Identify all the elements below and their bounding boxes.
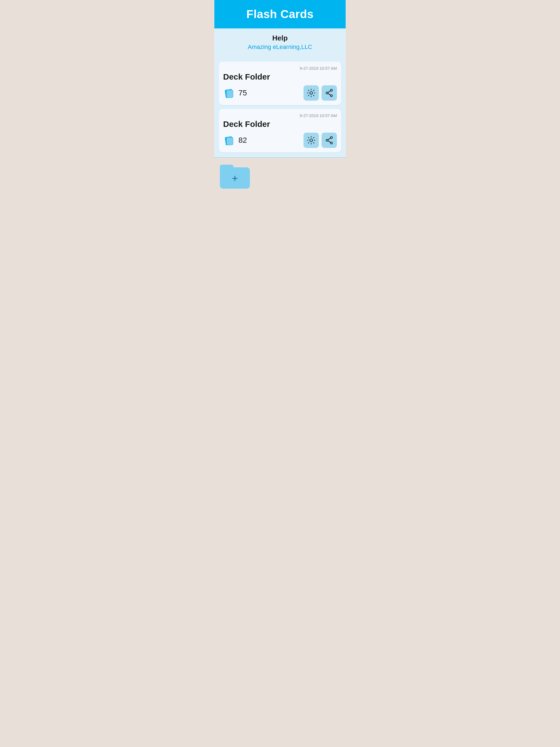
card-1-count-area: 75 — [223, 87, 247, 99]
card-1-timestamp: 9-27-2019 10:57 AM — [300, 66, 337, 71]
folder-body: + — [220, 168, 250, 189]
gear-icon — [307, 136, 315, 145]
card-2-count-area: 82 — [223, 134, 247, 147]
svg-rect-9 — [226, 137, 233, 145]
bottom-area: + — [214, 158, 346, 747]
card-1-bottom-row: 75 — [223, 85, 337, 101]
svg-line-15 — [328, 141, 331, 143]
card-1-actions — [304, 85, 337, 101]
svg-point-10 — [310, 139, 312, 141]
app-header: Flash Cards — [214, 0, 346, 28]
card-1-top-row: 9-27-2019 10:57 AM — [223, 66, 337, 71]
svg-line-7 — [328, 94, 331, 95]
share-icon — [325, 136, 334, 145]
svg-rect-1 — [226, 90, 233, 98]
folder-icon: + — [220, 164, 247, 189]
flashcard-icon-1 — [223, 87, 236, 99]
gear-icon — [307, 88, 315, 97]
help-label: Help — [272, 34, 288, 42]
card-2-settings-button[interactable] — [304, 133, 319, 148]
subheader: Help Amazing eLearning,LLC — [214, 28, 346, 57]
card-1-share-button[interactable] — [322, 85, 337, 101]
card-2-actions — [304, 133, 337, 148]
company-name: Amazing eLearning,LLC — [248, 44, 312, 51]
add-folder-plus-icon: + — [232, 173, 238, 183]
deck-card-1[interactable]: 9-27-2019 10:57 AM Deck Folder 75 — [219, 61, 341, 105]
card-1-title: Deck Folder — [223, 72, 337, 81]
card-2-top-row: 9-27-2019 10:57 AM — [223, 113, 337, 118]
card-2-share-button[interactable] — [322, 133, 337, 148]
card-2-bottom-row: 82 — [223, 133, 337, 148]
card-2-title: Deck Folder — [223, 120, 337, 129]
card-2-count: 82 — [238, 136, 247, 145]
card-2-timestamp: 9-27-2019 10:57 AM — [300, 113, 337, 118]
deck-card-2[interactable]: 9-27-2019 10:57 AM Deck Folder 82 — [219, 109, 341, 152]
card-1-count: 75 — [238, 88, 247, 97]
svg-line-6 — [328, 91, 331, 93]
svg-point-2 — [310, 92, 312, 94]
add-folder-button[interactable]: + — [220, 164, 247, 189]
app-title: Flash Cards — [246, 8, 314, 21]
deck-cards-list: 9-27-2019 10:57 AM Deck Folder 75 — [214, 57, 346, 157]
card-1-settings-button[interactable] — [304, 85, 319, 101]
share-icon — [325, 88, 334, 97]
flashcard-icon-2 — [223, 134, 236, 147]
svg-line-14 — [328, 138, 331, 140]
